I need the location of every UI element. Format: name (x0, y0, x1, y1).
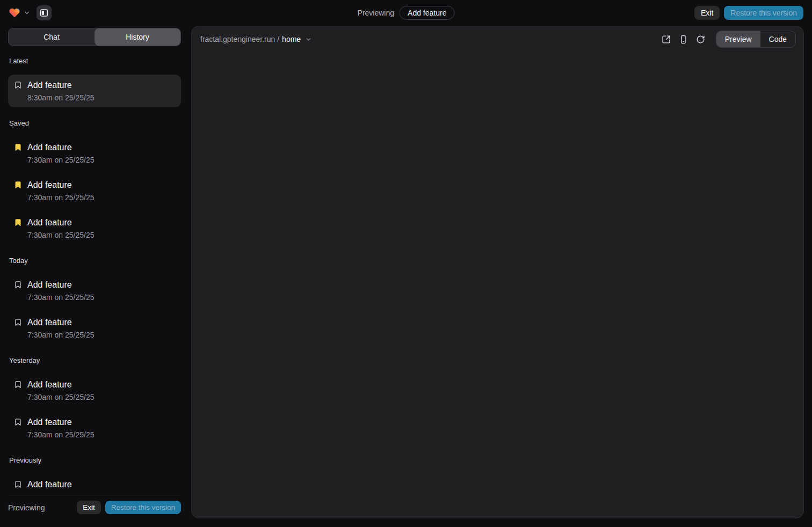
history-item-title: Add feature (27, 217, 95, 228)
history-list: Latest Add feature 8:30am on 25/25/25 Sa… (8, 46, 181, 494)
history-item-title: Add feature (27, 379, 95, 390)
version-pill[interactable]: Add feature (400, 6, 454, 20)
toggle-preview[interactable]: Preview (716, 31, 760, 47)
history-section-title: Today (9, 257, 180, 265)
history-item[interactable]: Add feature 7:30am on 25/25/25 (8, 174, 181, 207)
footer-previewing-label: Previewing (8, 503, 45, 512)
preview-url-selector[interactable]: fractal.gptengineer.run / home (200, 35, 312, 43)
history-section: Latest Add feature 8:30am on 25/25/25 (8, 57, 181, 107)
history-item-timestamp: 7:30am on 25/25/25 (27, 193, 95, 202)
refresh-icon[interactable] (693, 32, 708, 47)
history-section-title: Saved (9, 119, 180, 127)
exit-button[interactable]: Exit (694, 6, 720, 20)
footer-exit-button[interactable]: Exit (77, 501, 101, 514)
history-item[interactable]: Add feature 7:30am on 25/25/25 (8, 412, 181, 444)
history-item[interactable]: Add feature 8:30am on 25/25/25 (8, 75, 181, 107)
footer-restore-version-button[interactable]: Restore this version (105, 501, 181, 514)
preview-url-page: home (282, 35, 301, 43)
preview-code-toggle: PreviewCode (716, 31, 796, 48)
history-section-title: Previously (9, 456, 180, 464)
history-item-title: Add feature (27, 479, 95, 490)
history-section: Previously Add feature 7:30am on 25/25/2… (8, 456, 181, 494)
preview-url-prefix: fractal.gptengineer.run / (200, 35, 279, 43)
history-item-title: Add feature (27, 317, 95, 328)
topbar-center: Previewing Add feature (358, 0, 455, 26)
history-item-timestamp: 7:30am on 25/25/25 (27, 293, 95, 302)
previewing-label: Previewing (358, 9, 394, 17)
top-bar: Previewing Add feature Exit Restore this… (0, 0, 812, 26)
history-item[interactable]: Add feature 7:30am on 25/25/25 (8, 312, 181, 345)
lovable-logo-icon[interactable] (9, 7, 20, 19)
history-section: Today Add feature 7:30am on 25/25/25 Add… (8, 257, 181, 345)
history-section-title: Yesterday (9, 356, 180, 364)
history-item[interactable]: Add feature 7:30am on 25/25/25 (8, 474, 181, 494)
history-section-title: Latest (9, 57, 180, 65)
tab-history[interactable]: History (95, 28, 180, 46)
external-link-icon[interactable] (659, 32, 674, 47)
bookmark-icon (14, 418, 22, 426)
history-item-timestamp: 7:30am on 25/25/25 (27, 393, 95, 401)
history-item-title: Add feature (27, 180, 95, 191)
bookmark-icon (14, 81, 22, 89)
history-section: Yesterday Add feature 7:30am on 25/25/25… (8, 356, 181, 444)
app-root: Previewing Add feature Exit Restore this… (0, 0, 812, 527)
history-item[interactable]: Add feature 7:30am on 25/25/25 (8, 137, 181, 170)
sidebar-tab-switcher: ChatHistory (8, 28, 181, 46)
history-item-title: Add feature (27, 417, 95, 428)
sidebar-toggle-button[interactable] (37, 5, 52, 20)
history-item[interactable]: Add feature 7:30am on 25/25/25 (8, 274, 181, 307)
chevron-down-icon[interactable] (24, 10, 30, 16)
history-section: Saved Add feature 7:30am on 25/25/25 Add… (8, 119, 181, 245)
history-item-title: Add feature (27, 142, 95, 153)
bookmark-icon (14, 480, 22, 488)
bookmark-filled-icon (14, 218, 22, 226)
smartphone-icon[interactable] (676, 32, 691, 47)
restore-version-button[interactable]: Restore this version (724, 6, 803, 20)
bookmark-icon (14, 281, 22, 289)
preview-actions: PreviewCode (659, 31, 796, 48)
bookmark-filled-icon (14, 181, 22, 189)
bookmark-icon (14, 318, 22, 326)
tab-chat[interactable]: Chat (9, 28, 95, 46)
history-item[interactable]: Add feature 7:30am on 25/25/25 (8, 374, 181, 407)
history-item-timestamp: 7:30am on 25/25/25 (27, 156, 95, 164)
history-item-timestamp: 7:30am on 25/25/25 (27, 331, 95, 339)
history-item-timestamp: 7:30am on 25/25/25 (27, 430, 95, 439)
topbar-left (9, 5, 52, 20)
preview-pane-body (192, 52, 803, 518)
history-item-title: Add feature (27, 280, 95, 290)
sidebar: ChatHistory Latest Add feature 8:30am on… (8, 26, 181, 518)
content-area: ChatHistory Latest Add feature 8:30am on… (0, 26, 812, 527)
toggle-code[interactable]: Code (760, 31, 795, 47)
preview-pane-header: fractal.gptengineer.run / home (192, 26, 803, 52)
sidebar-footer: Previewing Exit Restore this version (8, 494, 181, 518)
chevron-down-icon (305, 36, 312, 43)
history-item-timestamp: 7:30am on 25/25/25 (27, 231, 95, 239)
bookmark-filled-icon (14, 143, 22, 151)
topbar-right: Exit Restore this version (694, 6, 803, 20)
preview-pane: fractal.gptengineer.run / home (191, 26, 804, 518)
history-item-timestamp: 8:30am on 25/25/25 (27, 93, 95, 102)
history-item[interactable]: Add feature 7:30am on 25/25/25 (8, 212, 181, 245)
history-item-title: Add feature (27, 80, 95, 91)
bookmark-icon (14, 380, 22, 389)
